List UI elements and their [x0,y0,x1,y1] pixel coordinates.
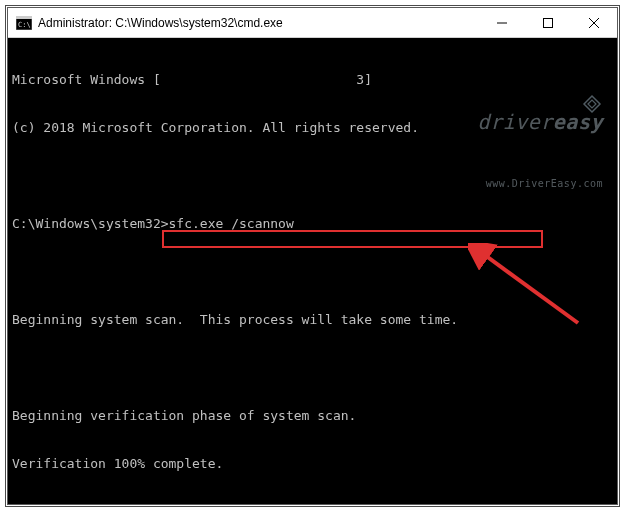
console-line [12,360,613,376]
highlight-box [162,230,543,248]
console-line: C:\Windows\system32>sfc.exe /scannow [12,216,613,232]
maximize-button[interactable] [525,8,571,38]
outer-frame: C:\ Administrator: C:\Windows\system32\c… [5,5,620,507]
svg-marker-9 [584,96,600,112]
titlebar[interactable]: C:\ Administrator: C:\Windows\system32\c… [8,8,617,38]
console-line: (c) 2018 Microsoft Corporation. All righ… [12,120,613,136]
svg-rect-1 [16,16,32,19]
console-line: Beginning system scan. This process will… [12,312,613,328]
svg-marker-10 [588,100,596,108]
minimize-button[interactable] [479,8,525,38]
svg-rect-4 [544,18,553,27]
cmd-icon: C:\ [16,15,32,31]
console-line [12,264,613,280]
console-line [12,168,613,184]
close-button[interactable] [571,8,617,38]
window-title: Administrator: C:\Windows\system32\cmd.e… [38,16,283,30]
console-output[interactable]: Microsoft Windows [ 3] (c) 2018 Microsof… [8,38,617,504]
cmd-window: C:\ Administrator: C:\Windows\system32\c… [7,7,618,505]
console-line: Beginning verification phase of system s… [12,408,613,424]
console-line: Microsoft Windows [ 3] [12,72,613,88]
console-line: Verification 100% complete. [12,456,613,472]
svg-text:C:\: C:\ [18,21,31,29]
